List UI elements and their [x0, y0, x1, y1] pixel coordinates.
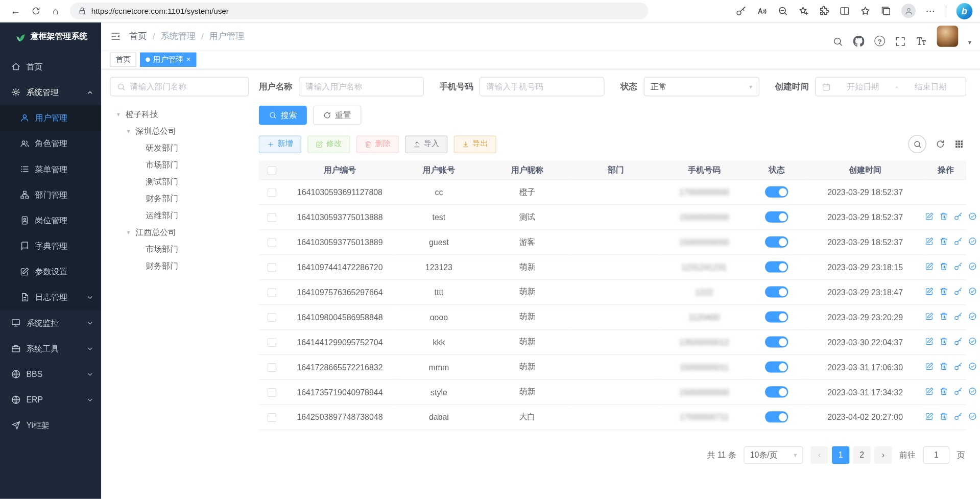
sidebar-item[interactable]: 菜单管理	[0, 156, 101, 182]
tree-caret-icon[interactable]: ▾	[124, 229, 133, 235]
goto-page-input[interactable]	[923, 446, 949, 463]
date-range-picker[interactable]: 开始日期 - 结束日期	[815, 77, 966, 97]
delete-icon[interactable]	[940, 236, 948, 245]
fullscreen-icon[interactable]	[895, 36, 906, 47]
status-toggle[interactable]	[765, 312, 788, 323]
edit-icon[interactable]	[925, 412, 934, 420]
status-toggle[interactable]	[765, 186, 788, 198]
tree-node[interactable]: ▾ 橙子科技	[110, 106, 249, 123]
extensions-icon[interactable]	[819, 6, 829, 16]
reset-password-icon[interactable]	[954, 337, 963, 345]
prev-page-button[interactable]: ‹	[810, 446, 828, 463]
tree-node[interactable]: ▾ 财务部门	[110, 190, 249, 207]
browser-refresh-button[interactable]	[26, 2, 45, 19]
column-settings-button[interactable]	[954, 139, 964, 149]
sidebar-item[interactable]: 角色管理	[0, 131, 101, 156]
edit-icon[interactable]	[925, 211, 934, 220]
department-search-input[interactable]	[130, 82, 242, 91]
split-screen-icon[interactable]	[840, 6, 850, 16]
edit-icon[interactable]	[925, 287, 934, 295]
header-search-icon[interactable]	[832, 36, 843, 47]
breadcrumb-home[interactable]: 首页	[129, 31, 147, 42]
import-button[interactable]: 导入	[405, 135, 447, 153]
edit-icon[interactable]	[925, 312, 934, 320]
sidebar-item[interactable]: 部门管理	[0, 182, 101, 207]
assign-role-icon[interactable]	[968, 211, 977, 220]
reset-password-icon[interactable]	[954, 312, 963, 320]
row-checkbox[interactable]	[268, 263, 276, 272]
modify-button[interactable]: 修改	[307, 135, 350, 153]
status-toggle[interactable]	[765, 211, 788, 223]
reset-password-icon[interactable]	[954, 412, 963, 420]
status-toggle[interactable]	[765, 262, 788, 273]
edit-icon[interactable]	[925, 236, 934, 245]
assign-role-icon[interactable]	[968, 287, 977, 295]
export-button[interactable]: 导出	[454, 135, 496, 153]
assign-role-icon[interactable]	[968, 312, 977, 320]
add-button[interactable]: 新增	[259, 135, 301, 153]
bing-icon[interactable]: b	[957, 3, 973, 19]
favorites-icon[interactable]	[860, 6, 871, 16]
hamburger-icon[interactable]	[110, 31, 121, 42]
reset-password-icon[interactable]	[954, 262, 963, 270]
edit-icon[interactable]	[925, 387, 934, 395]
site-info-lock-icon[interactable]	[78, 7, 86, 15]
status-toggle[interactable]	[765, 287, 788, 298]
avatar-caret-icon[interactable]: ▾	[968, 39, 971, 45]
reset-password-icon[interactable]	[954, 287, 963, 295]
delete-icon[interactable]	[940, 262, 948, 270]
search-button[interactable]: 搜索	[259, 106, 307, 125]
reset-button[interactable]: 重置	[313, 106, 361, 125]
sidebar-item[interactable]: 岗位管理	[0, 207, 101, 233]
row-checkbox[interactable]	[268, 213, 276, 222]
edit-icon[interactable]	[925, 362, 934, 370]
delete-icon[interactable]	[940, 362, 948, 370]
breadcrumb-system[interactable]: 系统管理	[160, 31, 196, 42]
status-select[interactable]: 正常 ▾	[643, 77, 759, 97]
sidebar-item[interactable]: 系统工具	[0, 336, 101, 361]
browser-back-button[interactable]: ←	[6, 2, 25, 19]
row-checkbox[interactable]	[268, 363, 276, 372]
assign-role-icon[interactable]	[968, 387, 977, 395]
github-icon[interactable]	[853, 36, 865, 47]
delete-icon[interactable]	[940, 211, 948, 220]
browser-menu-icon[interactable]: ⋯	[926, 5, 936, 16]
sidebar-item[interactable]: Yi框架	[0, 413, 101, 438]
tree-node[interactable]: ▾ 市场部门	[110, 156, 249, 173]
tree-caret-icon[interactable]: ▾	[114, 111, 123, 117]
assign-role-icon[interactable]	[968, 362, 977, 370]
sidebar-item[interactable]: 字典管理	[0, 233, 101, 259]
tree-node[interactable]: ▾ 市场部门	[110, 241, 249, 257]
assign-role-icon[interactable]	[968, 412, 977, 420]
page-button-1[interactable]: 1	[832, 446, 849, 463]
assign-role-icon[interactable]	[968, 236, 977, 245]
phone-input[interactable]	[480, 77, 605, 97]
tree-node[interactable]: ▾ 江西总公司	[110, 224, 249, 241]
tree-node[interactable]: ▾ 研发部门	[110, 139, 249, 156]
tab-close-icon[interactable]: ×	[186, 56, 191, 63]
sidebar-item[interactable]: 系统监控	[0, 310, 101, 336]
tab-home[interactable]: 首页	[110, 52, 136, 66]
sidebar-item[interactable]: 用户管理	[0, 105, 101, 131]
status-toggle[interactable]	[765, 411, 788, 422]
row-checkbox[interactable]	[268, 188, 276, 197]
page-size-select[interactable]: 10条/页 ▾	[744, 446, 803, 463]
delete-icon[interactable]	[940, 312, 948, 320]
reset-password-icon[interactable]	[954, 211, 963, 220]
page-button-2[interactable]: 2	[853, 446, 871, 463]
browser-profile-avatar[interactable]	[901, 4, 916, 18]
status-toggle[interactable]	[765, 336, 788, 347]
assign-role-icon[interactable]	[968, 337, 977, 345]
row-checkbox[interactable]	[268, 388, 276, 397]
help-icon[interactable]: ?	[874, 36, 885, 46]
toggle-search-button[interactable]	[908, 135, 926, 153]
status-toggle[interactable]	[765, 386, 788, 397]
row-checkbox[interactable]	[268, 288, 276, 297]
sidebar-item[interactable]: 系统管理	[0, 79, 101, 105]
row-checkbox[interactable]	[268, 338, 276, 347]
reset-password-icon[interactable]	[954, 362, 963, 370]
refresh-table-button[interactable]	[936, 139, 945, 149]
tree-node[interactable]: ▾ 运维部门	[110, 207, 249, 224]
row-checkbox[interactable]	[268, 313, 276, 322]
collections-icon[interactable]	[880, 6, 891, 16]
